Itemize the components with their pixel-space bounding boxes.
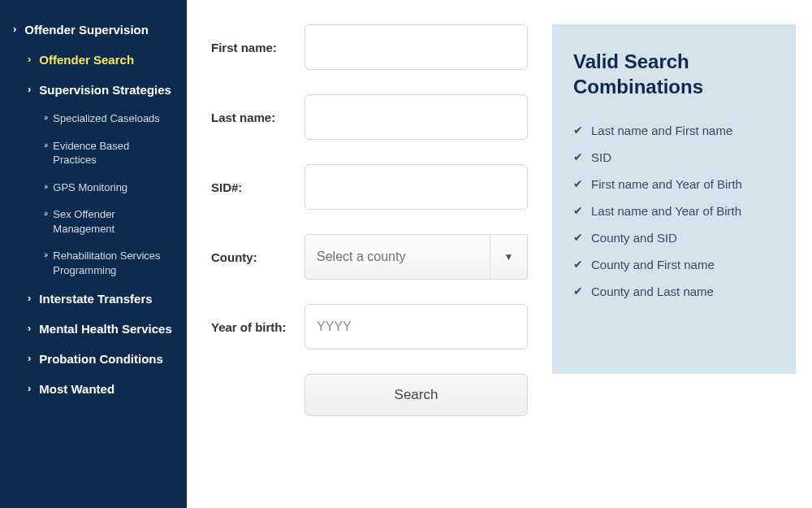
last-name-label: Last name: xyxy=(211,111,304,124)
search-form: First name: Last name: SID#: County: Sel… xyxy=(211,24,528,492)
nav-supervision-strategies[interactable]: › Supervision Strategies xyxy=(8,75,179,105)
chevron-right-icon: › xyxy=(13,23,16,37)
first-name-label: First name: xyxy=(211,41,304,54)
nav-label: Offender Search xyxy=(39,53,134,67)
nav-label: Probation Conditions xyxy=(39,352,162,366)
county-select-value: Select a county xyxy=(305,235,490,279)
last-name-input[interactable] xyxy=(304,94,528,140)
chevron-right-icon: › xyxy=(28,322,31,336)
check-icon: ✔ xyxy=(573,258,583,271)
nav-label: Interstate Transfers xyxy=(39,292,152,306)
nav-interstate-transfers[interactable]: › Interstate Transfers xyxy=(8,284,179,314)
nav-offender-search[interactable]: › Offender Search xyxy=(8,45,179,75)
nav-label: Most Wanted xyxy=(39,382,114,396)
nav-specialized-caseloads[interactable]: ›› Specialized Caseloads xyxy=(8,105,179,132)
nav-label: Specialized Caseloads xyxy=(53,111,160,126)
chevron-right-icon: › xyxy=(28,83,31,97)
chevron-right-icon: › xyxy=(28,53,31,67)
nav-offender-supervision[interactable]: › Offender Supervision xyxy=(8,15,179,45)
double-chevron-icon: ›› xyxy=(44,207,46,219)
chevron-down-icon: ▼ xyxy=(490,235,527,279)
combo-list: ✔Last name and First name ✔SID ✔First na… xyxy=(573,117,775,305)
sidebar-nav: › Offender Supervision › Offender Search… xyxy=(0,0,187,508)
chevron-right-icon: › xyxy=(28,352,31,366)
nav-label: Sex Offender Management xyxy=(53,207,174,236)
nav-most-wanted[interactable]: › Most Wanted xyxy=(8,374,179,404)
nav-label: GPS Monitoring xyxy=(53,180,127,195)
nav-label: Evidence Based Practices xyxy=(53,139,174,167)
sid-label: SID#: xyxy=(211,180,304,194)
double-chevron-icon: ›› xyxy=(44,249,46,261)
nav-gps-monitoring[interactable]: ›› GPS Monitoring xyxy=(8,174,179,202)
main-content: First name: Last name: SID#: County: Sel… xyxy=(187,0,812,508)
check-icon: ✔ xyxy=(573,204,583,217)
combo-item: ✔First name and Year of Birth xyxy=(573,171,775,198)
double-chevron-icon: ›› xyxy=(44,111,46,124)
county-select[interactable]: Select a county ▼ xyxy=(304,234,528,280)
combo-item: ✔SID xyxy=(573,144,775,171)
chevron-right-icon: › xyxy=(28,382,31,396)
nav-evidence-based-practices[interactable]: ›› Evidence Based Practices xyxy=(8,132,179,174)
combo-item: ✔County and Last name xyxy=(573,278,775,305)
check-icon: ✔ xyxy=(573,284,583,297)
check-icon: ✔ xyxy=(573,124,583,137)
nav-label: Rehabilitation Services Programming xyxy=(53,249,174,277)
yob-input[interactable] xyxy=(304,304,528,350)
chevron-right-icon: › xyxy=(28,292,31,306)
double-chevron-icon: ›› xyxy=(44,139,46,151)
check-icon: ✔ xyxy=(573,150,583,163)
search-button[interactable]: Search xyxy=(304,374,528,416)
county-label: County: xyxy=(211,250,304,264)
combo-item: ✔County and First name xyxy=(573,251,775,278)
combo-item: ✔Last name and First name xyxy=(573,117,775,144)
nav-mental-health-services[interactable]: › Mental Health Services xyxy=(8,314,179,344)
combo-item: ✔County and SID xyxy=(573,224,775,251)
nav-label: Supervision Strategies xyxy=(39,83,171,97)
check-icon: ✔ xyxy=(573,231,583,244)
yob-label: Year of birth: xyxy=(211,320,304,334)
first-name-input[interactable] xyxy=(304,24,528,70)
check-icon: ✔ xyxy=(573,177,583,190)
nav-label: Offender Supervision xyxy=(24,23,149,37)
combo-item: ✔Last name and Year of Birth xyxy=(573,198,775,224)
double-chevron-icon: ›› xyxy=(44,180,46,193)
nav-sex-offender-management[interactable]: ›› Sex Offender Management xyxy=(8,201,179,242)
panel-title: Valid Search Combinations xyxy=(573,49,775,99)
nav-label: Mental Health Services xyxy=(39,322,171,336)
valid-combinations-panel: Valid Search Combinations ✔Last name and… xyxy=(552,24,796,374)
nav-probation-conditions[interactable]: › Probation Conditions xyxy=(8,344,179,374)
nav-rehabilitation-services[interactable]: ›› Rehabilitation Services Programming xyxy=(8,242,179,284)
sid-input[interactable] xyxy=(304,164,528,210)
